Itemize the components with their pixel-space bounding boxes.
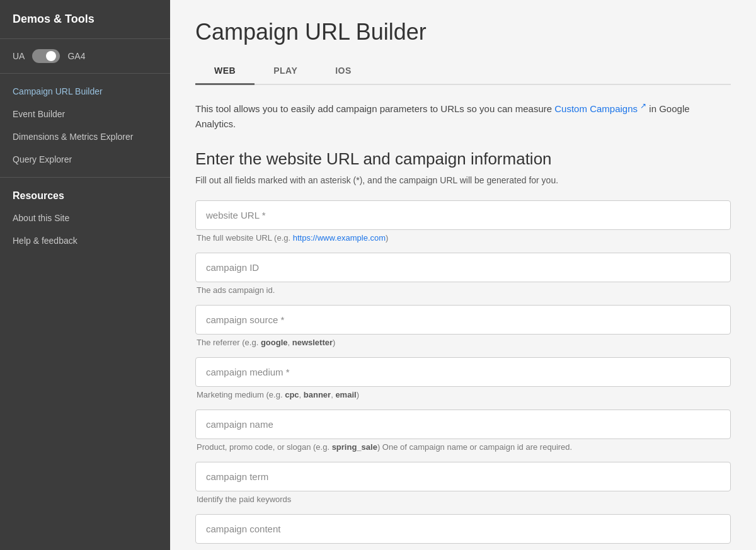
custom-campaigns-link[interactable]: Custom Campaigns ↗	[554, 103, 646, 114]
page-title: Campaign URL Builder	[195, 19, 731, 45]
field-website-url: The full website URL (e.g. https://www.e…	[195, 200, 731, 243]
tab-play[interactable]: PLAY	[255, 58, 316, 85]
sidebar-resources: Resources About this Site Help & feedbac…	[0, 178, 170, 258]
external-link-icon: ↗	[640, 101, 646, 110]
example-url-link[interactable]: https://www.example.com	[293, 233, 386, 243]
website-url-input[interactable]	[195, 200, 731, 230]
campaign-term-hint: Identify the paid keywords	[195, 495, 731, 504]
field-campaign-source: The referrer (e.g. google, newsletter)	[195, 305, 731, 347]
field-campaign-term: Identify the paid keywords	[195, 462, 731, 504]
description-text: This tool allows you to easily add campa…	[195, 103, 554, 114]
website-url-hint: The full website URL (e.g. https://www.e…	[195, 233, 731, 243]
sidebar-item-about[interactable]: About this Site	[0, 207, 170, 229]
toggle-row: UA GA4	[0, 39, 170, 74]
campaign-id-hint: The ads campaign id.	[195, 285, 731, 295]
sidebar-item-dimensions-metrics[interactable]: Dimensions & Metrics Explorer	[0, 125, 170, 148]
campaign-content-input[interactable]	[195, 514, 731, 544]
campaign-term-input[interactable]	[195, 462, 731, 491]
sidebar-nav: Campaign URL Builder Event Builder Dimen…	[0, 74, 170, 178]
campaign-medium-input[interactable]	[195, 357, 731, 387]
campaign-name-input[interactable]	[195, 410, 731, 439]
tab-web[interactable]: WEB	[195, 58, 255, 85]
campaign-source-hint: The referrer (e.g. google, newsletter)	[195, 338, 731, 347]
sidebar-item-query-explorer[interactable]: Query Explorer	[0, 148, 170, 171]
toggle-ua-label: UA	[13, 51, 25, 61]
sidebar-brand: Demos & Tools	[0, 0, 170, 39]
resources-title: Resources	[0, 178, 170, 207]
field-campaign-medium: Marketing medium (e.g. cpc, banner, emai…	[195, 357, 731, 399]
campaign-name-hint: Product, promo code, or slogan (e.g. spr…	[195, 442, 731, 452]
tab-ios[interactable]: IOS	[316, 58, 370, 85]
form-section-title: Enter the website URL and campaign infor…	[195, 149, 731, 169]
ga-toggle[interactable]	[32, 49, 60, 63]
form-section-subtitle: Fill out all fields marked with an aster…	[195, 175, 731, 185]
field-campaign-content	[195, 514, 731, 544]
sidebar-item-help[interactable]: Help & feedback	[0, 229, 170, 252]
campaign-source-input[interactable]	[195, 305, 731, 335]
toggle-ga4-label: GA4	[67, 51, 85, 61]
sidebar-item-event-builder[interactable]: Event Builder	[0, 103, 170, 125]
main-content: Campaign URL Builder WEB PLAY IOS This t…	[170, 0, 756, 550]
description: This tool allows you to easily add campa…	[195, 100, 731, 132]
field-campaign-name: Product, promo code, or slogan (e.g. spr…	[195, 410, 731, 452]
campaign-id-input[interactable]	[195, 253, 731, 282]
field-campaign-id: The ads campaign id.	[195, 253, 731, 295]
sidebar-item-campaign-url-builder[interactable]: Campaign URL Builder	[0, 80, 170, 103]
sidebar: Demos & Tools UA GA4 Campaign URL Builde…	[0, 0, 170, 550]
campaign-medium-hint: Marketing medium (e.g. cpc, banner, emai…	[195, 390, 731, 399]
tabs: WEB PLAY IOS	[195, 58, 731, 85]
